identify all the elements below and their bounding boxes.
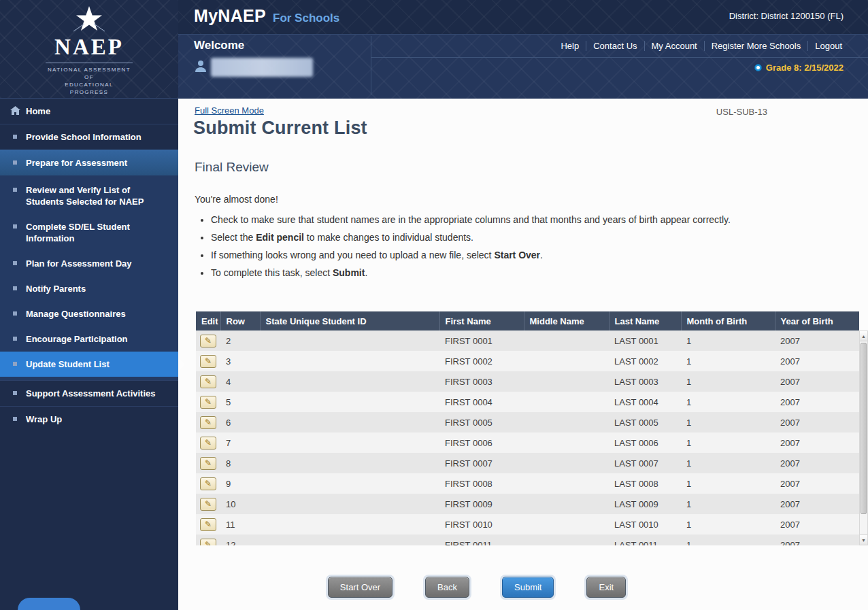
edit-row-button[interactable]: ✎ [200, 477, 216, 490]
cell-middle-name [524, 514, 609, 535]
cell-middle-name [524, 331, 609, 351]
col-header-year-of-birth: Year of Birth [775, 311, 859, 331]
cell-last-name: LAST 0011 [609, 535, 681, 545]
cell-state-id [260, 351, 439, 371]
edit-row-button[interactable]: ✎ [200, 355, 216, 368]
sidebar-item-provide-school-information[interactable]: Provide School Information [0, 124, 178, 150]
sidebar-item-wrap-up[interactable]: Wrap Up [0, 406, 178, 432]
edit-row-button[interactable]: ✎ [200, 396, 216, 409]
table-row: ✎8FIRST 0007LAST 000712007 [196, 453, 859, 473]
bullet-square-icon [13, 362, 17, 366]
cell-year-of-birth: 2007 [775, 494, 859, 514]
scroll-up-icon[interactable]: ▲ [860, 331, 867, 341]
scrollbar-thumb[interactable] [861, 343, 867, 514]
cell-last-name: LAST 0008 [609, 473, 681, 494]
app-title: MyNAEP [194, 6, 266, 26]
back-button[interactable]: Back [425, 577, 469, 598]
table-header-row: Edit Row State Unique Student ID First N… [196, 311, 859, 331]
pencil-icon: ✎ [205, 397, 212, 407]
feedback-bubble[interactable] [18, 598, 80, 610]
nav-link-register-more-schools[interactable]: Register More Schools [704, 41, 808, 51]
table-row: ✎3FIRST 0002LAST 000212007 [196, 351, 859, 371]
app-brand: MyNAEP For Schools [194, 6, 339, 26]
edit-row-button[interactable]: ✎ [200, 498, 216, 511]
sidebar-item-update-student-list[interactable]: Update Student List [0, 352, 178, 377]
submit-button[interactable]: Submit [502, 577, 554, 598]
cell-edit: ✎ [196, 433, 220, 453]
edit-row-button[interactable]: ✎ [200, 375, 216, 388]
cell-row: 11 [220, 514, 260, 535]
sidebar: Home Provide School Information Prepare … [0, 99, 178, 610]
cell-last-name: LAST 0002 [609, 351, 681, 371]
cell-state-id [260, 412, 439, 433]
sidebar-item-review-verify-list[interactable]: Review and Verify List of Students Selec… [0, 177, 178, 214]
cell-state-id [260, 535, 439, 545]
cell-middle-name [524, 494, 609, 514]
edit-row-button[interactable]: ✎ [200, 335, 216, 348]
logo-tagline-line: NATIONAL ASSESSMENT [48, 66, 131, 73]
edit-row-button[interactable]: ✎ [200, 518, 216, 531]
table-row: ✎7FIRST 0006LAST 000612007 [196, 433, 859, 453]
edit-row-button[interactable]: ✎ [200, 437, 216, 450]
logo-wordmark: NAEP [54, 35, 124, 59]
cell-year-of-birth: 2007 [775, 351, 859, 371]
vertical-scrollbar[interactable]: ▲ ▼ [859, 331, 868, 545]
exit-button[interactable]: Exit [586, 577, 626, 598]
cell-last-name: LAST 0005 [609, 412, 681, 433]
district-label: District: District 1200150 (FL) [729, 11, 844, 21]
col-header-edit: Edit [196, 311, 220, 331]
col-header-first-name: First Name [439, 311, 524, 331]
cell-last-name: LAST 0003 [609, 371, 681, 392]
bullet-square-icon [13, 311, 17, 316]
cell-month-of-birth: 1 [681, 371, 775, 392]
full-screen-mode-link[interactable]: Full Screen Mode [195, 105, 264, 116]
edit-row-button[interactable]: ✎ [200, 539, 216, 546]
table-row: ✎9FIRST 0008LAST 000812007 [196, 473, 859, 494]
cell-last-name: LAST 0006 [609, 433, 681, 453]
instruction-list: Check to make sure that student names ar… [199, 213, 777, 284]
cell-year-of-birth: 2007 [775, 392, 859, 412]
cell-year-of-birth: 2007 [775, 535, 859, 545]
pencil-icon: ✎ [205, 356, 212, 366]
nav-link-contact-us[interactable]: Contact Us [586, 41, 644, 51]
table-row: ✎12FIRST 0011LAST 001112007 [196, 535, 859, 545]
cell-row: 3 [220, 351, 260, 371]
bullet-square-icon [13, 160, 17, 165]
edit-row-button[interactable]: ✎ [200, 416, 216, 429]
cell-year-of-birth: 2007 [775, 331, 859, 351]
edit-row-button[interactable]: ✎ [200, 457, 216, 470]
sidebar-item-prepare-for-assessment[interactable]: Prepare for Assessment [0, 150, 178, 175]
sidebar-item-notify-parents[interactable]: Notify Parents [0, 276, 178, 301]
cell-edit: ✎ [196, 514, 220, 535]
sidebar-item-manage-questionnaires[interactable]: Manage Questionnaires [0, 301, 178, 326]
cell-row: 6 [220, 412, 260, 433]
cell-month-of-birth: 1 [681, 433, 775, 453]
scroll-down-icon[interactable]: ▼ [860, 535, 867, 545]
nav-link-help[interactable]: Help [554, 41, 586, 51]
table-row: ✎10FIRST 0009LAST 000912007 [196, 494, 859, 514]
cell-edit: ✎ [196, 535, 220, 545]
sidebar-item-label: Notify Parents [26, 284, 86, 294]
nav-link-logout[interactable]: Logout [807, 41, 849, 51]
sidebar-item-plan-assessment-day[interactable]: Plan for Assessment Day [0, 251, 178, 276]
table-row: ✎11FIRST 0010LAST 001012007 [196, 514, 859, 535]
sidebar-item-complete-sd-el-info[interactable]: Complete SD/EL Student Information [0, 214, 178, 251]
cell-month-of-birth: 1 [681, 535, 775, 545]
header-divider [371, 36, 371, 95]
nav-link-my-account[interactable]: My Account [644, 41, 704, 51]
sidebar-item-support-assessment-activities[interactable]: Support Assessment Activities [0, 380, 178, 406]
sidebar-item-home[interactable]: Home [0, 99, 178, 124]
cell-first-name: FIRST 0001 [439, 331, 524, 351]
cell-month-of-birth: 1 [681, 494, 775, 514]
cell-edit: ✎ [196, 453, 220, 473]
instruction-item: To complete this task, select Submit. [211, 266, 777, 279]
user-name-redacted [211, 58, 313, 77]
cell-edit: ✎ [196, 473, 220, 494]
welcome-heading: Welcome [194, 39, 244, 52]
sidebar-subnav: Review and Verify List of Students Selec… [0, 175, 178, 380]
instruction-item: Select the Edit pencil to make changes t… [211, 231, 777, 244]
cell-first-name: FIRST 0006 [439, 433, 524, 453]
grade-status: Grade 8: 2/15/2022 [754, 63, 844, 73]
sidebar-item-encourage-participation[interactable]: Encourage Participation [0, 326, 178, 352]
start-over-button[interactable]: Start Over [328, 577, 393, 598]
